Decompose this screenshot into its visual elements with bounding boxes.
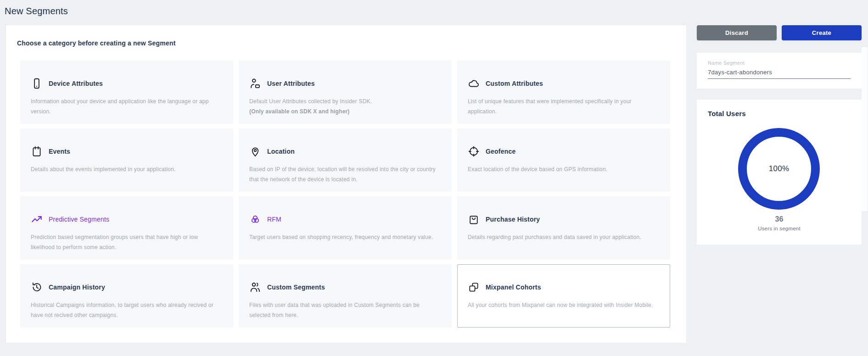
category-card-user-attributes[interactable]: User Attributes Default User Attributes … bbox=[239, 61, 452, 124]
card-title: Mixpanel Cohorts bbox=[486, 284, 541, 291]
create-button[interactable]: Create bbox=[782, 25, 862, 40]
cloud-icon bbox=[468, 78, 480, 89]
trending-up-icon bbox=[31, 213, 43, 225]
card-description: Target users based on shopping recency, … bbox=[249, 232, 437, 242]
card-header: Mixpanel Cohorts bbox=[468, 281, 656, 293]
card-title: User Attributes bbox=[267, 80, 315, 87]
category-card-custom-attributes[interactable]: Custom Attributes List of unique feature… bbox=[457, 61, 670, 124]
discard-button[interactable]: Discard bbox=[697, 25, 777, 40]
category-card-device-attributes[interactable]: Device Attributes Information about your… bbox=[20, 61, 233, 124]
card-header: Custom Attributes bbox=[468, 78, 656, 89]
card-description: Details about the events implemented in … bbox=[31, 164, 219, 174]
card-description-line: Information about your device and applic… bbox=[31, 96, 219, 117]
card-description-line: Default User Attributes collected by Ins… bbox=[249, 96, 437, 106]
card-description: Historical Campaigns information, to tar… bbox=[31, 300, 219, 320]
card-title: Campaign History bbox=[49, 284, 105, 291]
card-description: Information about your device and applic… bbox=[31, 96, 219, 117]
card-description: All your cohorts from Mixpanel can now b… bbox=[468, 300, 656, 310]
card-description-line: Based on IP of the device, location will… bbox=[249, 164, 437, 184]
name-segment-label: Name Segment bbox=[708, 60, 851, 66]
category-grid: Device Attributes Information about your… bbox=[20, 61, 670, 328]
card-title: Events bbox=[49, 148, 70, 155]
category-card-predictive-segments[interactable]: Predictive Segments Prediction based seg… bbox=[20, 196, 233, 260]
venn-circles-icon bbox=[249, 213, 261, 225]
smartphone-icon bbox=[31, 78, 43, 89]
card-header: Geofence bbox=[468, 145, 656, 157]
crosshair-icon bbox=[468, 145, 480, 157]
card-title: Custom Attributes bbox=[486, 80, 543, 87]
category-card-rfm[interactable]: RFM Target users based on shopping recen… bbox=[239, 196, 452, 260]
card-title: Predictive Segments bbox=[49, 216, 109, 223]
card-description-line: List of unique features that were implem… bbox=[468, 96, 656, 117]
map-pin-icon bbox=[249, 145, 261, 157]
card-description-line: Prediction based segmentation groups use… bbox=[31, 232, 219, 252]
category-card-location[interactable]: Location Based on IP of the device, loca… bbox=[239, 128, 452, 192]
card-description: Exact location of the device based on GP… bbox=[468, 164, 656, 174]
card-title: Location bbox=[267, 148, 295, 155]
category-card-purchase-history[interactable]: Purchase History Details regarding past … bbox=[457, 196, 670, 260]
card-title: Device Attributes bbox=[49, 80, 103, 87]
card-title: Purchase History bbox=[486, 216, 540, 223]
category-card-custom-segments[interactable]: Custom Segments Files with user data tha… bbox=[239, 264, 452, 328]
card-description-line: Details about the events implemented in … bbox=[31, 164, 219, 174]
total-users-card: Total Users 100% 36 Users in segment bbox=[697, 100, 862, 245]
name-segment-card: Name Segment bbox=[697, 53, 862, 89]
card-description-line: All your cohorts from Mixpanel can now b… bbox=[468, 300, 656, 310]
history-clock-icon bbox=[31, 281, 43, 293]
vertical-scrollbar-thumb[interactable] bbox=[862, 47, 868, 211]
total-users-title: Total Users bbox=[708, 110, 746, 117]
card-description-line: Details regarding past purchases and dat… bbox=[468, 232, 656, 242]
card-description-line: (Only available on SDK X and higher) bbox=[249, 106, 437, 117]
card-description-line: Target users based on shopping recency, … bbox=[249, 232, 437, 242]
donut-percent-label: 100% bbox=[769, 164, 790, 173]
card-header: Location bbox=[249, 145, 437, 157]
card-description: Based on IP of the device, location will… bbox=[249, 164, 437, 184]
card-header: RFM bbox=[249, 213, 437, 225]
card-description-line: Exact location of the device based on GP… bbox=[468, 164, 656, 174]
card-description: List of unique features that were implem… bbox=[468, 96, 656, 117]
users-count: 36 bbox=[697, 215, 862, 223]
card-description: Prediction based segmentation groups use… bbox=[31, 232, 219, 252]
card-header: User Attributes bbox=[249, 78, 437, 89]
card-title: Custom Segments bbox=[267, 284, 325, 291]
page-title: New Segments bbox=[5, 6, 68, 17]
card-header: Device Attributes bbox=[31, 78, 219, 89]
name-segment-input[interactable] bbox=[708, 69, 851, 79]
card-description: Details regarding past purchases and dat… bbox=[468, 232, 656, 242]
category-card-campaign-history[interactable]: Campaign History Historical Campaigns in… bbox=[20, 264, 233, 328]
category-card-geofence[interactable]: Geofence Exact location of the device ba… bbox=[457, 128, 670, 192]
card-description-line: Historical Campaigns information, to tar… bbox=[31, 300, 219, 320]
users-count-caption: Users in segment bbox=[697, 226, 862, 231]
card-header: Purchase History bbox=[468, 213, 656, 225]
card-description: Files with user data that was uploaded i… bbox=[249, 300, 437, 320]
total-users-donut-chart: 100% bbox=[738, 128, 820, 210]
card-header: Custom Segments bbox=[249, 281, 437, 293]
calendar-icon bbox=[31, 145, 43, 157]
card-description-line: Files with user data that was uploaded i… bbox=[249, 300, 437, 320]
panel-heading: Choose a category before creating a new … bbox=[17, 39, 176, 47]
card-description: Default User Attributes collected by Ins… bbox=[249, 96, 437, 117]
category-card-events[interactable]: Events Details about the events implemen… bbox=[20, 128, 233, 192]
user-badge-icon bbox=[249, 78, 261, 89]
linked-squares-icon bbox=[468, 281, 480, 293]
users-icon bbox=[249, 281, 261, 293]
card-header: Events bbox=[31, 145, 219, 157]
category-card-mixpanel-cohorts[interactable]: Mixpanel Cohorts All your cohorts from M… bbox=[457, 264, 670, 328]
card-title: RFM bbox=[267, 216, 281, 223]
card-header: Campaign History bbox=[31, 281, 219, 293]
card-header: Predictive Segments bbox=[31, 213, 219, 225]
card-title: Geofence bbox=[486, 148, 515, 155]
category-panel: Choose a category before creating a new … bbox=[6, 25, 687, 343]
shopping-bag-icon bbox=[468, 213, 480, 225]
